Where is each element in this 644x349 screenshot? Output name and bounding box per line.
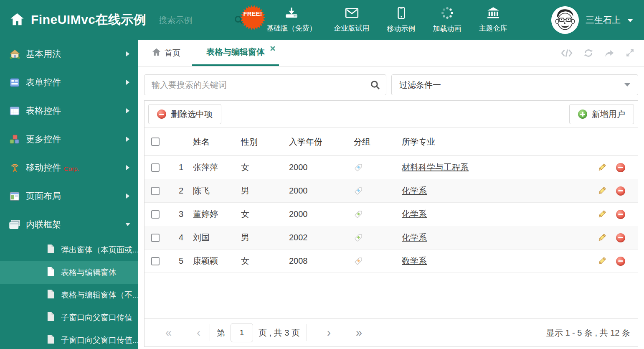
edit-row-button[interactable]	[597, 186, 606, 196]
table-row: 2 陈飞 男 2000 化学系	[145, 179, 638, 203]
house-icon	[9, 49, 20, 59]
share-icon[interactable]	[604, 48, 614, 58]
row-checkbox[interactable]	[151, 257, 160, 265]
cell-name: 张萍萍	[183, 162, 241, 173]
prev-page-button[interactable]: ‹	[194, 327, 203, 339]
cell-gender: 女	[241, 162, 289, 173]
nav-label: 移动示例	[387, 24, 416, 33]
major-link[interactable]: 化学系	[402, 209, 427, 219]
sidebar-item-mobile-controls[interactable]: 移动控件 Corp.	[0, 153, 138, 182]
page-number-input[interactable]	[231, 323, 253, 342]
refresh-icon[interactable]	[583, 48, 593, 58]
nav-item-mobile-demo[interactable]: 移动示例	[378, 7, 424, 33]
next-page-button[interactable]: ›	[325, 327, 333, 339]
sidebar-item-inline-frame[interactable]: 内联框架	[0, 210, 138, 239]
chevron-right-icon	[126, 108, 129, 113]
major-link[interactable]: 材料科学与工程系	[402, 163, 469, 172]
sidebar-item-page-layout[interactable]: 页面布局	[0, 182, 138, 210]
sidebar-subitem-child-to-parent-2[interactable]: 子窗口向父窗口传值...	[0, 329, 138, 349]
sidebar-item-form-controls[interactable]: 表单控件	[0, 68, 138, 97]
delete-row-button[interactable]	[616, 163, 625, 172]
edit-row-button[interactable]	[597, 257, 606, 266]
sidebar-subitem-label: 子窗口向父窗口传值...	[61, 335, 138, 346]
sidebar-subitem-grid-edit-window[interactable]: 表格与编辑窗体	[0, 261, 138, 284]
sidebar-subitem-child-to-parent[interactable]: 子窗口向父窗口传值	[0, 306, 138, 329]
nav-label: 基础版（免费）	[267, 23, 317, 33]
bank-icon	[487, 7, 500, 20]
row-number: 4	[170, 233, 183, 242]
cubes-icon	[9, 134, 20, 144]
add-user-button[interactable]: 新增用户	[569, 104, 634, 124]
major-link[interactable]: 化学系	[402, 233, 427, 242]
chevron-right-icon	[126, 51, 129, 56]
row-checkbox[interactable]	[151, 234, 160, 242]
filter-dropdown[interactable]: 过滤条件一	[391, 74, 638, 95]
cell-year: 2000	[289, 209, 354, 219]
edit-row-button[interactable]	[597, 233, 606, 242]
column-header-name[interactable]: 姓名	[183, 136, 241, 148]
tab-home[interactable]: 首页	[152, 40, 180, 66]
table-icon	[9, 107, 20, 115]
last-page-button[interactable]: »	[353, 327, 365, 339]
column-header-major[interactable]: 所学专业	[402, 136, 583, 148]
chevron-right-icon	[126, 165, 129, 170]
sidebar-subitem-popup-window[interactable]: 弹出窗体（本页面或...	[0, 239, 138, 261]
tag-icon	[354, 257, 363, 266]
nav-item-basic-edition[interactable]: FREE! 基础版（免费）	[258, 7, 325, 33]
divider	[210, 324, 210, 341]
major-link[interactable]: 数学系	[402, 256, 427, 265]
cell-gender: 女	[241, 209, 289, 220]
row-checkbox[interactable]	[151, 210, 160, 219]
delete-row-button[interactable]	[616, 210, 625, 219]
close-icon[interactable]	[270, 43, 275, 53]
search-icon[interactable]	[370, 80, 380, 92]
search-icon[interactable]	[234, 15, 244, 27]
user-menu[interactable]: 三生石上	[551, 6, 633, 34]
sidebar-item-label: 移动控件	[26, 162, 61, 173]
row-number: 5	[170, 256, 183, 266]
row-checkbox[interactable]	[151, 163, 160, 172]
nav-item-loading-animation[interactable]: 加载动画	[424, 7, 470, 33]
sidebar-subitem-grid-edit-window-2[interactable]: 表格与编辑窗体（不...	[0, 284, 138, 306]
cell-year: 2008	[289, 256, 354, 266]
table-header-row: 姓名 性别 入学年份 分组 所学专业	[145, 128, 638, 156]
column-header-year[interactable]: 入学年份	[289, 136, 354, 148]
file-icon	[47, 289, 55, 301]
delete-row-button[interactable]	[616, 186, 625, 196]
sidebar-item-more-controls[interactable]: 更多控件	[0, 125, 138, 153]
page-prefix: 第	[217, 327, 225, 339]
column-header-group[interactable]: 分组	[354, 136, 402, 148]
delete-row-button[interactable]	[616, 233, 625, 242]
edit-row-button[interactable]	[597, 163, 606, 172]
tag-icon	[354, 210, 363, 219]
sidebar-item-label: 内联框架	[26, 219, 61, 230]
content-area: 过滤条件一 删除选中项 新增用户	[138, 66, 644, 347]
major-link[interactable]: 化学系	[402, 186, 427, 195]
users-grid: 删除选中项 新增用户 姓名 性别 入学年份 分组 所学专业	[144, 100, 638, 347]
code-icon[interactable]	[561, 48, 573, 58]
minus-circle-icon	[616, 163, 625, 172]
row-checkbox[interactable]	[151, 187, 160, 195]
first-page-button[interactable]: «	[163, 327, 174, 339]
cell-gender: 男	[241, 232, 289, 243]
delete-selected-label: 删除选中项	[171, 109, 213, 120]
header-search-input[interactable]	[158, 12, 227, 29]
brand[interactable]: FineUIMvc在线示例	[10, 11, 147, 28]
record-count-summary: 显示 1 - 5 条 , 共 12 条	[546, 327, 630, 339]
tab-label: 首页	[165, 48, 180, 59]
sidebar-item-basic-usage[interactable]: 基本用法	[0, 40, 138, 68]
frames-icon	[9, 220, 20, 229]
edit-row-button[interactable]	[597, 210, 606, 219]
table-row: 3 董婷婷 女 2000 化学系	[145, 203, 638, 226]
delete-row-button[interactable]	[616, 257, 625, 266]
nav-item-enterprise-trial[interactable]: 企业版试用	[325, 7, 378, 33]
expand-icon[interactable]	[625, 48, 635, 58]
minus-circle-icon	[616, 210, 625, 219]
delete-selected-button[interactable]: 删除选中项	[148, 104, 221, 124]
keyword-search-input[interactable]	[151, 75, 361, 95]
column-header-gender[interactable]: 性别	[241, 136, 289, 148]
select-all-checkbox[interactable]	[151, 138, 160, 146]
sidebar-item-grid-controls[interactable]: 表格控件	[0, 97, 138, 125]
tab-grid-edit-window[interactable]: 表格与编辑窗体	[192, 40, 279, 66]
nav-item-theme-store[interactable]: 主题仓库	[470, 7, 516, 33]
